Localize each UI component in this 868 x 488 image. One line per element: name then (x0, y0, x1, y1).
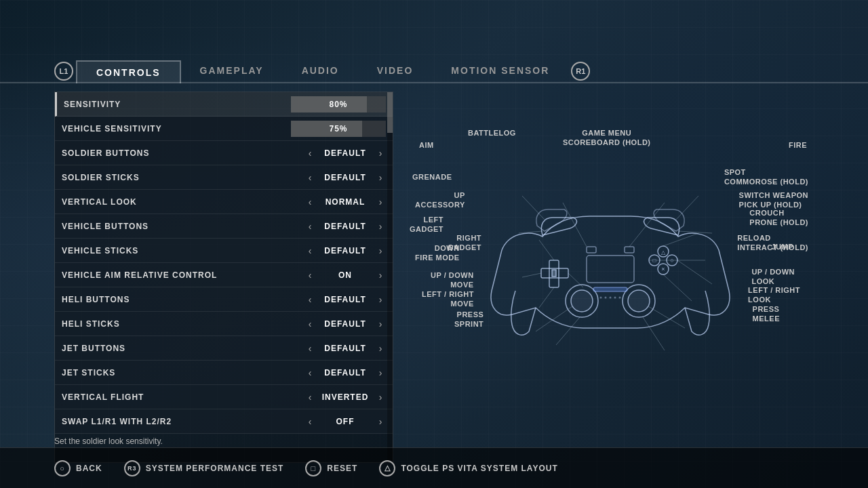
setting-value-container-vertical-look: ‹ NORMAL › (304, 197, 386, 207)
label-up-accessory: UpACCESSORY (415, 190, 465, 210)
hint-reset: □ RESET (305, 460, 357, 476)
arrow-left-jet-sticks[interactable]: ‹ (304, 367, 315, 378)
setting-row-heli-buttons[interactable]: HELI BUTTONS ‹ DEFAULT › (55, 287, 393, 312)
bottom-bar: ○ BACK R3 SYSTEM PERFORMANCE TEST □ RESE… (0, 447, 868, 488)
scrollbar-track[interactable] (387, 92, 393, 462)
svg-rect-11 (587, 256, 634, 283)
hint-system-perf: R3 SYSTEM PERFORMANCE TEST (124, 460, 284, 476)
vehicle-sensitivity-progress-bar (291, 121, 362, 137)
label-battlelog: BATTLELOG (468, 128, 516, 138)
setting-label-sensitivity: SENSITIVITY (64, 100, 291, 109)
arrow-left-soldier-sticks[interactable]: ‹ (304, 172, 315, 183)
svg-line-39 (556, 317, 580, 345)
setting-value-jet-sticks: DEFAULT (318, 368, 372, 378)
controller-diagram: × □ ○ △ (407, 92, 814, 463)
svg-point-19 (600, 297, 602, 299)
status-hint: Set the soldier look sensitivity. (54, 436, 163, 446)
svg-line-25 (629, 203, 665, 247)
arrow-right-jet-buttons[interactable]: › (375, 343, 386, 354)
arrow-left-heli-buttons[interactable]: ‹ (304, 294, 315, 305)
arrow-right-jet-sticks[interactable]: › (375, 367, 386, 378)
tab-video[interactable]: VIDEO (358, 60, 433, 83)
arrow-right-vertical-look[interactable]: › (375, 197, 386, 207)
controller-svg: × □ ○ △ (481, 182, 739, 372)
arrow-left-swap-triggers[interactable]: ‹ (304, 416, 315, 427)
label-switch-weapon: SWITCH WEAPONPICK UP (HOLD) (739, 190, 808, 210)
arrow-left-vertical-look[interactable]: ‹ (304, 197, 315, 207)
svg-point-17 (628, 290, 650, 312)
tab-controls[interactable]: CONTROLS (76, 60, 181, 83)
setting-row-soldier-sticks[interactable]: SOLDIER STICKS ‹ DEFAULT › (55, 165, 393, 190)
setting-value-container-soldier-sticks: ‹ DEFAULT › (304, 172, 386, 183)
tab-gameplay[interactable]: GAMEPLAY (181, 60, 283, 83)
label-jump: JUMP (771, 242, 793, 251)
svg-point-20 (605, 297, 607, 299)
setting-value-heli-sticks: DEFAULT (318, 319, 372, 329)
setting-value-jet-buttons: DEFAULT (318, 344, 372, 353)
label-left-right-move: Left / RightMOVE (422, 289, 474, 309)
setting-row-sensitivity[interactable]: SENSITIVITY 80% (55, 92, 393, 117)
arrow-right-heli-buttons[interactable]: › (375, 294, 386, 305)
setting-row-vehicle-sticks[interactable]: VEHICLE STICKS ‹ DEFAULT › (55, 239, 393, 263)
setting-row-vehicle-buttons[interactable]: VEHICLE BUTTONS ‹ DEFAULT › (55, 214, 393, 239)
setting-row-soldier-buttons[interactable]: SOLDIER BUTTONS ‹ DEFAULT › (55, 141, 393, 165)
arrow-right-soldier-sticks[interactable]: › (375, 172, 386, 183)
system-perf-label: SYSTEM PERFORMANCE TEST (146, 464, 284, 473)
svg-line-32 (539, 287, 554, 308)
arrow-left-heli-sticks[interactable]: ‹ (304, 319, 315, 329)
controller-labels-container: × □ ○ △ (407, 128, 814, 426)
label-press-melee: PressMELEE (753, 304, 780, 324)
svg-line-37 (663, 274, 692, 301)
setting-row-vehicle-sensitivity[interactable]: VEHICLE SENSITIVITY 75% (55, 117, 393, 141)
setting-row-swap-triggers[interactable]: SWAP L1/R1 WITH L2/R2 ‹ OFF › (55, 409, 393, 434)
back-label: BACK (76, 464, 102, 473)
setting-row-jet-sticks[interactable]: JET STICKS ‹ DEFAULT › (55, 361, 393, 385)
scrollbar-thumb[interactable] (387, 92, 393, 133)
label-left-right-look: Left / RightLOOK (748, 285, 800, 305)
tab-audio[interactable]: AUDIO (283, 60, 358, 83)
arrow-left-soldier-buttons[interactable]: ‹ (304, 148, 315, 159)
arrow-right-vertical-flight[interactable]: › (375, 392, 386, 403)
setting-row-vertical-flight[interactable]: VERTICAL FLIGHT ‹ INVERTED › (55, 385, 393, 409)
setting-value-container-vehicle-buttons: ‹ DEFAULT › (304, 221, 386, 232)
label-fire: FIRE (789, 140, 807, 150)
arrow-right-vehicle-sticks[interactable]: › (375, 245, 386, 256)
settings-panel: SENSITIVITY 80% VEHICLE SENSITIVITY 75% (54, 92, 393, 463)
label-grenade: GRENADE (412, 172, 452, 182)
setting-label-heli-sticks: HELI STICKS (62, 319, 304, 329)
label-up-down-move: Up / DownMOVE (431, 270, 474, 290)
setting-value-container-jet-buttons: ‹ DEFAULT › (304, 343, 386, 354)
label-right-gadget: RightGADGET (448, 233, 481, 253)
setting-value-container-jet-sticks: ‹ DEFAULT › (304, 367, 386, 378)
svg-line-24 (563, 203, 587, 247)
setting-label-vehicle-sticks: VEHICLE STICKS (62, 246, 304, 256)
tab-next-button[interactable]: R1 (571, 62, 590, 81)
svg-line-38 (536, 306, 572, 331)
setting-value-vehicle-sensitivity: 75% (291, 121, 386, 137)
arrow-left-vehicle-sticks[interactable]: ‹ (304, 245, 315, 256)
tab-motion-sensor[interactable]: MOTION SENSOR (432, 60, 568, 83)
label-left-gadget: LeftGADGET (410, 215, 443, 235)
setting-row-heli-sticks[interactable]: HELI STICKS ‹ DEFAULT › (55, 312, 393, 336)
arrow-left-vehicle-aim[interactable]: ‹ (304, 270, 315, 281)
setting-row-vehicle-aim[interactable]: VEHICLE AIM RELATIVE CONTROL ‹ ON › (55, 263, 393, 287)
reset-label: RESET (327, 464, 357, 473)
svg-line-41 (643, 317, 665, 350)
setting-label-vehicle-sensitivity: VEHICLE SENSITIVITY (62, 124, 291, 134)
arrow-right-swap-triggers[interactable]: › (375, 416, 386, 427)
arrow-right-heli-sticks[interactable]: › (375, 319, 386, 329)
arrow-left-vertical-flight[interactable]: ‹ (304, 392, 315, 403)
toggle-label: TOGGLE PS Vita System LAYOUT (401, 464, 557, 473)
setting-row-jet-buttons[interactable]: JET BUTTONS ‹ DEFAULT › (55, 336, 393, 361)
main-content: SENSITIVITY 80% VEHICLE SENSITIVITY 75% (0, 83, 868, 463)
setting-value-soldier-sticks: DEFAULT (318, 173, 372, 182)
toggle-icon: △ (379, 460, 395, 476)
arrow-right-vehicle-aim[interactable]: › (375, 270, 386, 281)
arrow-left-jet-buttons[interactable]: ‹ (304, 343, 315, 354)
arrow-right-vehicle-buttons[interactable]: › (375, 221, 386, 232)
arrow-right-soldier-buttons[interactable]: › (375, 148, 386, 159)
arrow-left-vehicle-buttons[interactable]: ‹ (304, 221, 315, 232)
setting-row-vertical-look[interactable]: VERTICAL LOOK ‹ NORMAL › (55, 190, 393, 214)
setting-label-soldier-sticks: SOLDIER STICKS (62, 173, 304, 182)
tab-prev-button[interactable]: L1 (54, 62, 73, 81)
